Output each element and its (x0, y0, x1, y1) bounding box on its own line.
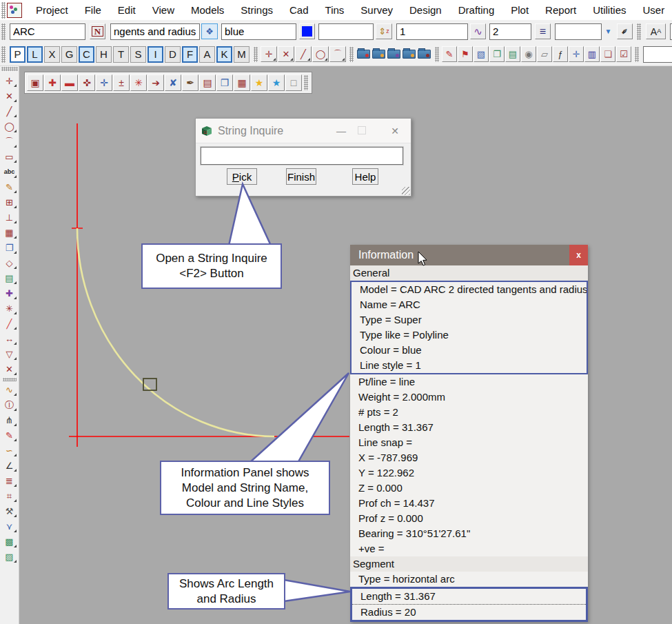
weight-button[interactable]: ≡ (535, 23, 551, 39)
shared-folder-button[interactable] (402, 46, 416, 62)
cad-name-input[interactable] (10, 23, 85, 40)
pick-button[interactable]: Pick (227, 168, 257, 185)
text-style-button[interactable]: AA (646, 23, 666, 39)
resize-grip[interactable] (402, 187, 410, 195)
label-tag-button[interactable]: ⚑ (458, 46, 473, 62)
sidebar-grip[interactable] (1, 67, 18, 71)
plot-button[interactable]: ▤ (199, 74, 216, 91)
menu-item-report[interactable]: Report (537, 0, 584, 20)
snap-toggle-k[interactable]: K (216, 46, 232, 63)
save-view-button[interactable]: ▣ (27, 74, 43, 91)
sketch-button[interactable]: ∽ (2, 443, 17, 457)
grid-button[interactable]: ▦ (2, 225, 17, 239)
book-folder-button[interactable] (417, 46, 431, 62)
image-grid-button[interactable]: ▩ (2, 534, 17, 548)
dynamic-pan-button[interactable]: ✛ (96, 74, 112, 91)
menu-item-drafting[interactable]: Drafting (450, 0, 503, 20)
flyover-button[interactable]: ◉ (521, 46, 536, 62)
snap-toggle-g[interactable]: G (61, 46, 77, 63)
shared-star-button[interactable]: ★ (268, 74, 285, 91)
eyedropper-button[interactable]: ✒ (617, 23, 633, 39)
snap-toggle-c[interactable]: C (79, 46, 94, 63)
note-edit-button[interactable]: ✎ (2, 428, 17, 442)
library-folder-button[interactable] (387, 46, 401, 62)
menu-item-view[interactable]: View (144, 0, 183, 20)
minimize-button[interactable]: — (331, 125, 352, 137)
menu-item-file[interactable]: File (77, 0, 110, 20)
cad-circle-button[interactable]: ◯ (312, 46, 329, 62)
dimension-button[interactable]: ✳ (2, 301, 17, 315)
polygon-button[interactable]: ◇ (2, 256, 17, 270)
snap-toggle-m[interactable]: M (234, 46, 250, 63)
height-button[interactable]: ⇕ z (376, 23, 392, 39)
zoom-out-button[interactable]: ▬ (61, 74, 78, 91)
menu-item-plot[interactable]: Plot (502, 0, 537, 20)
close-icon[interactable]: x (569, 245, 588, 265)
menu-item-survey[interactable]: Survey (352, 0, 401, 20)
cad-cross-button[interactable]: ✕ (278, 46, 294, 62)
linestyle-button[interactable]: ∿ (470, 23, 486, 39)
railway-button[interactable]: ⌗ (2, 489, 17, 503)
measure-bearing-button[interactable]: ⊥ (2, 210, 17, 224)
menu-item-cad[interactable]: Cad (281, 0, 317, 20)
user-folder-button[interactable] (371, 46, 386, 62)
help-button[interactable]: Help (352, 168, 378, 185)
boundary-shield-button[interactable]: ▽ (2, 347, 17, 361)
name-list-button[interactable]: N (90, 23, 105, 39)
cad-weight-input[interactable] (489, 23, 531, 40)
page-setup-button[interactable]: ▱ (537, 46, 552, 62)
dropdown-button[interactable]: ▼ (602, 23, 614, 39)
snap-toggle-a[interactable]: A (199, 46, 215, 63)
snap-toggle-p[interactable]: P (10, 46, 26, 63)
menu-item-user[interactable]: User (634, 0, 672, 20)
traverse-button[interactable]: ⋔ (2, 413, 17, 427)
landscape-view-button[interactable]: ▤ (505, 46, 520, 62)
snap-toggle-t[interactable]: T (113, 46, 129, 63)
colour-line-button[interactable]: ╱ (2, 316, 17, 330)
create-text-button[interactable]: abc (2, 165, 17, 179)
copy-view-button[interactable]: ❐ (216, 74, 233, 91)
toolbar-grip[interactable] (1, 46, 6, 63)
zoom-centre-button[interactable]: ✳ (130, 74, 147, 91)
cad-linestyle-input[interactable] (396, 23, 468, 40)
freehand-button[interactable]: ∿ (2, 383, 17, 396)
snap-toggle-s[interactable]: S (130, 46, 146, 63)
road-button[interactable]: ≣ (2, 474, 17, 487)
cad-colour-input[interactable] (221, 23, 296, 40)
settings-check-button[interactable]: ☑ (616, 46, 631, 62)
create-line-button[interactable]: ╱ (2, 104, 17, 118)
menu-item-project[interactable]: Project (28, 0, 77, 20)
function-button[interactable]: ƒ (553, 46, 568, 62)
create-rectangle-button[interactable]: ▭ (2, 150, 17, 163)
snap-toggle-f[interactable]: F (182, 46, 198, 63)
menu-item-edit[interactable]: Edit (110, 0, 144, 20)
delete-point-button[interactable]: ✕ (2, 362, 17, 376)
screen-capture-button[interactable]: ❐ (489, 46, 505, 62)
brush-button[interactable]: ✒ (182, 74, 198, 91)
snap-toggle-h[interactable]: H (96, 46, 112, 63)
create-point-button[interactable]: ✛ (2, 74, 17, 88)
model-list-button[interactable]: ❖ (201, 23, 218, 39)
image-view-button[interactable]: ▧ (474, 46, 489, 62)
image-dots-button[interactable]: ▨ (2, 550, 17, 563)
open-model-folder-button[interactable] (356, 46, 371, 62)
menu-item-models[interactable]: Models (183, 0, 232, 20)
close-button[interactable]: ✕ (385, 125, 405, 137)
zoom-in-button[interactable]: ✚ (44, 74, 61, 91)
snap-filter-input[interactable] (643, 46, 672, 63)
dialog-title-bar[interactable]: 12 String Inquire — ✕ (196, 119, 411, 143)
maximize-button[interactable] (352, 125, 372, 137)
paste-pages-button[interactable]: ❏ (600, 46, 615, 62)
menu-item-utilities[interactable]: Utilities (584, 0, 634, 20)
window-button[interactable]: □ (285, 74, 302, 91)
inquire-input[interactable] (201, 147, 403, 165)
snap-toggle-x[interactable]: X (44, 46, 60, 63)
snap-toggle-d[interactable]: D (165, 46, 181, 63)
toolbar-grip[interactable] (1, 23, 6, 40)
cad-model-input[interactable] (110, 23, 200, 40)
redraw-button[interactable]: ✘ (165, 74, 181, 91)
cad-arc-button[interactable]: ⌒ (329, 46, 346, 62)
cad-line-button[interactable]: ╱ (295, 46, 312, 62)
snap-toggle-i[interactable]: I (147, 46, 163, 63)
point-symbol-button[interactable]: ⊞ (2, 195, 17, 209)
